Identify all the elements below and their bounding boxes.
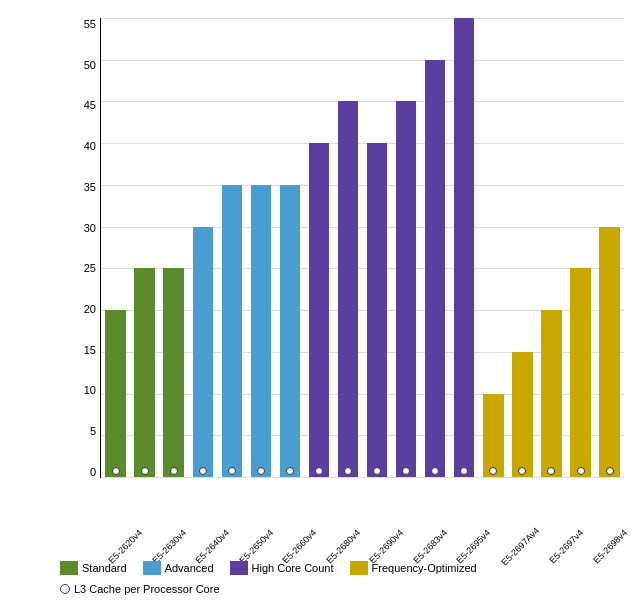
x-label: E5-2650v4: [237, 528, 275, 566]
legend-dot-label: L3 Cache per Processor Core: [74, 583, 220, 595]
bar-dot: [547, 467, 555, 475]
bar-group: [217, 18, 246, 477]
bar-group: [537, 18, 566, 477]
bar-dot: [373, 467, 381, 475]
legend-label: High Core Count: [252, 562, 334, 574]
bars-row: [101, 18, 624, 477]
legend-color: [230, 561, 248, 575]
bar-dot: [431, 467, 439, 475]
legend-dot-item: L3 Cache per Processor Core: [60, 583, 220, 595]
bar-group: [334, 18, 363, 477]
y-tick: 40: [84, 140, 96, 152]
gridline: [101, 477, 624, 478]
bar-dot: [286, 467, 294, 475]
bar: [483, 394, 503, 477]
bar-group: [479, 18, 508, 477]
bar: [280, 185, 300, 477]
bar: [570, 268, 590, 477]
bar-dot: [489, 467, 497, 475]
bar-dot: [141, 467, 149, 475]
bar-dot: [257, 467, 265, 475]
x-label: E5-2630v4: [150, 528, 188, 566]
legend: StandardAdvancedHigh Core CountFrequency…: [60, 561, 624, 595]
bar-group: [304, 18, 333, 477]
bar: [396, 101, 416, 477]
legend-color: [143, 561, 161, 575]
bar: [338, 101, 358, 477]
bar-group: [130, 18, 159, 477]
y-tick: 50: [84, 59, 96, 71]
legend-item: Standard: [60, 561, 127, 575]
chart-area: 5550454035302520151050 E5-2620v4E5-2630v…: [60, 18, 624, 478]
y-tick: 10: [84, 384, 96, 396]
bar-dot: [228, 467, 236, 475]
y-tick: 20: [84, 303, 96, 315]
bar: [251, 185, 271, 477]
legend-color: [350, 561, 368, 575]
bar-group: [101, 18, 130, 477]
y-tick: 0: [90, 466, 96, 478]
bar-dot: [606, 467, 614, 475]
bar-group: [246, 18, 275, 477]
bar-dot: [402, 467, 410, 475]
bar-dot: [315, 467, 323, 475]
legend-item: Advanced: [143, 561, 214, 575]
x-label: E5-2698v4: [591, 528, 629, 566]
bar-group: [508, 18, 537, 477]
bar: [454, 18, 474, 477]
bar-group: [159, 18, 188, 477]
bar: [105, 310, 125, 477]
x-label: E5-2620v4: [106, 528, 144, 566]
y-tick: 35: [84, 181, 96, 193]
legend-color: [60, 561, 78, 575]
y-tick: 5: [90, 425, 96, 437]
x-label: E5-2660v4: [281, 528, 319, 566]
x-labels: E5-2620v4E5-2630v4E5-2640v4E5-2650v4E5-2…: [100, 538, 624, 553]
x-label: E5-2697v4: [548, 528, 586, 566]
bar-dot: [460, 467, 468, 475]
bar: [222, 185, 242, 477]
bar: [541, 310, 561, 477]
y-tick: 55: [84, 18, 96, 30]
x-label: E5-2690v4: [368, 528, 406, 566]
bar: [599, 227, 619, 477]
bar: [309, 143, 329, 477]
bar: [367, 143, 387, 477]
bar-dot: [518, 467, 526, 475]
legend-item: High Core Count: [230, 561, 334, 575]
bar-dot: [344, 467, 352, 475]
x-label: E5-2683v4: [411, 528, 449, 566]
bar: [193, 227, 213, 477]
legend-label: Frequency-Optimized: [372, 562, 477, 574]
bar-group: [450, 18, 479, 477]
plot-area: [100, 18, 624, 478]
chart-container: 5550454035302520151050 E5-2620v4E5-2630v…: [0, 0, 634, 600]
bar-group: [275, 18, 304, 477]
bar: [425, 60, 445, 477]
bar-group: [188, 18, 217, 477]
bar-group: [566, 18, 595, 477]
legend-item: Frequency-Optimized: [350, 561, 477, 575]
y-tick: 25: [84, 262, 96, 274]
legend-dot-icon: [60, 584, 70, 594]
bar-dot: [112, 467, 120, 475]
y-tick: 30: [84, 222, 96, 234]
bar-group: [421, 18, 450, 477]
bar-group: [595, 18, 624, 477]
x-label: E5-2640v4: [193, 528, 231, 566]
bar: [512, 352, 532, 477]
bar-group: [363, 18, 392, 477]
bar-dot: [170, 467, 178, 475]
x-label: E5-2680v4: [324, 528, 362, 566]
legend-label: Standard: [82, 562, 127, 574]
y-axis: 5550454035302520151050: [60, 18, 100, 478]
y-tick: 15: [84, 344, 96, 356]
y-tick: 45: [84, 99, 96, 111]
x-label: E5-2695v4: [455, 528, 493, 566]
bar-dot: [577, 467, 585, 475]
bar-dot: [199, 467, 207, 475]
bar: [163, 268, 183, 477]
legend-label: Advanced: [165, 562, 214, 574]
bar-group: [392, 18, 421, 477]
bar: [134, 268, 154, 477]
